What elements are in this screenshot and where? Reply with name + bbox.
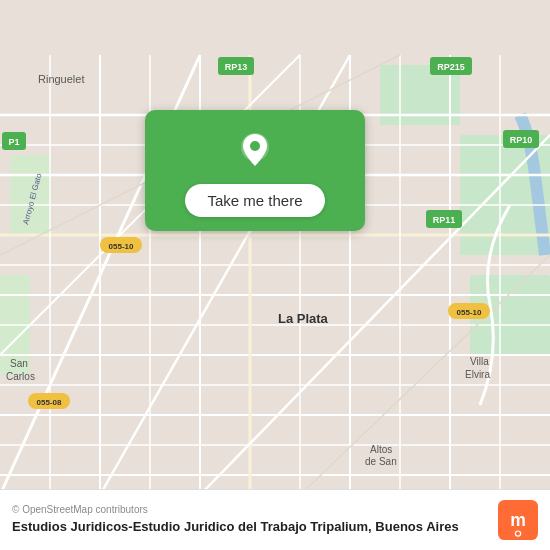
svg-text:RP10: RP10: [510, 135, 533, 145]
moovit-icon: m: [498, 500, 538, 540]
svg-text:055-08: 055-08: [37, 398, 62, 407]
svg-text:RP215: RP215: [437, 62, 465, 72]
svg-text:La Plata: La Plata: [278, 311, 329, 326]
svg-text:Ringuelet: Ringuelet: [38, 73, 84, 85]
svg-text:055-10: 055-10: [457, 308, 482, 317]
svg-text:RP11: RP11: [433, 215, 456, 225]
svg-point-68: [516, 532, 520, 536]
svg-text:Elvira: Elvira: [465, 369, 490, 380]
map-container: RP13 RP215 RP10 RP11 P1 055-10 055-10 05…: [0, 0, 550, 550]
svg-text:055-10: 055-10: [109, 242, 134, 251]
svg-text:m: m: [510, 510, 526, 530]
moovit-logo: m: [498, 500, 538, 540]
svg-point-64: [250, 141, 260, 151]
map-background: RP13 RP215 RP10 RP11 P1 055-10 055-10 05…: [0, 0, 550, 550]
svg-text:P1: P1: [8, 137, 19, 147]
bottom-bar: © OpenStreetMap contributors Estudios Ju…: [0, 489, 550, 550]
svg-text:de San: de San: [365, 456, 397, 467]
svg-text:Carlos: Carlos: [6, 371, 35, 382]
location-card: Take me there: [145, 110, 365, 231]
svg-text:RP13: RP13: [225, 62, 248, 72]
svg-text:San: San: [10, 358, 28, 369]
location-name: Estudios Juridicos-Estudio Juridico del …: [12, 519, 486, 536]
svg-text:Villa: Villa: [470, 356, 489, 367]
location-pin-icon: [233, 128, 277, 172]
take-me-there-button[interactable]: Take me there: [185, 184, 324, 217]
bottom-bar-info: © OpenStreetMap contributors Estudios Ju…: [12, 504, 486, 536]
copyright-text: © OpenStreetMap contributors: [12, 504, 486, 515]
svg-text:Altos: Altos: [370, 444, 392, 455]
